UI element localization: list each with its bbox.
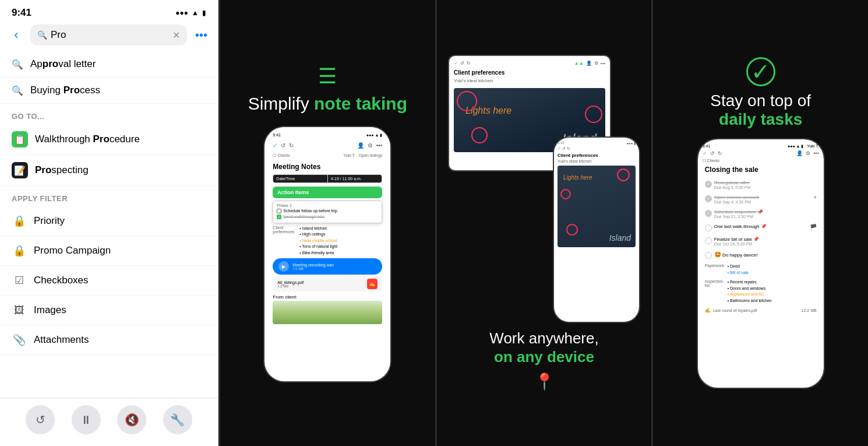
wifi-icon: ▲ (192, 9, 199, 17)
panel1-title-green: note taking (314, 94, 407, 113)
panel3-title: Stay on top of daily tasks (710, 91, 811, 129)
phone1-screen: 9:41 ●●● ▲ ▮ ✓ ↺ ↻ 👤 ⚙ ••• ☐ Clients (264, 127, 390, 381)
phone1-breadcrumb: ☐ Clients Yuki T. Open listings (269, 152, 386, 159)
task-renegotiate: ✓ Renegotiate offer Due Aug 3, 5:30 PM (703, 178, 819, 191)
search-query: Pro (51, 29, 169, 41)
task-happy-dance: 🤩 Do happy dance! (703, 250, 819, 261)
panel2-content: ✓↺↻ ▲▲ 👤⚙••• Client preferences Yuki's i… (448, 0, 640, 446)
filter-priority[interactable]: 🔒 Priority (0, 206, 218, 236)
search-suggestion-icon: 🔍 (12, 85, 23, 96)
back-button[interactable]: ‹ (8, 27, 24, 43)
suggestion-process: Buying Process (30, 85, 100, 96)
pause-button[interactable]: ⏸ (72, 405, 101, 434)
phone2-mockup: 9:41●●● ▮ ✓ ↺ ↻ Client preferences Yuki'… (553, 136, 640, 323)
more-options-button[interactable]: ••• (193, 26, 210, 44)
task-walkthrough: One last walk-through 📌 🏴 (703, 222, 819, 233)
status-bar: 9:41 ●●● ▲ ▮ (0, 0, 218, 21)
prospecting-label: Prospecting (35, 164, 89, 176)
search-results: 🔍 Approval letter 🔍 Buying Process GO TO… (0, 51, 218, 398)
priority-lock-icon: 🔒 (12, 213, 27, 229)
desktop-note-subtitle: Yuki's ideal kitchen (454, 78, 605, 83)
search-box[interactable]: 🔍 Pro ✕ (30, 24, 187, 45)
phone1-mockup: 9:41 ●●● ▲ ▮ ✓ ↺ ↻ 👤 ⚙ ••• ☐ Clients (263, 126, 391, 382)
action-items-bubble: Action Items (273, 187, 382, 198)
prospecting-icon: 📝 (12, 162, 28, 178)
note-icon: ☰ (248, 64, 407, 89)
panel2-title-white: Work anywhere, (489, 329, 598, 349)
battery-icon: ▮ (202, 9, 206, 17)
panel2-heading: Work anywhere, on any device (489, 329, 598, 367)
images-icon: 🖼 (12, 303, 27, 318)
signal-icon: ●●● (175, 9, 188, 17)
client-prefs: Client preferences • Island kitchen • Hi… (273, 226, 382, 257)
status-time: 9:41 (12, 7, 31, 19)
left-panel: 9:41 ●●● ▲ ▮ ‹ 🔍 Pro ✕ ••• 🔍 Approval le… (0, 0, 218, 446)
filter-promo[interactable]: 🔒 Promo Campaign (0, 236, 218, 266)
priority-label: Priority (34, 215, 65, 227)
promo-label: Promo Campaign (34, 245, 111, 257)
phone2-screen: 9:41●●● ▮ ✓ ↺ ↻ Client preferences Yuki'… (554, 138, 639, 322)
phone1-note-title: Meeting Notes (269, 163, 386, 171)
panel1-simplify-note-taking: ☰ Simplify note taking 9:41 ●●● ▲ ▮ ✓ ↺ (218, 0, 435, 446)
attachments-label: Attachments (34, 334, 89, 346)
list-item[interactable]: 🔍 Buying Process (0, 78, 218, 104)
pdf-file: All_listings.pdf 1.2 MB ✍ (273, 276, 382, 292)
audio-file: ▶ Meeting-recording.wav 7.5 MB (273, 258, 382, 275)
search-icon: 🔍 (37, 30, 47, 40)
from-client-label: From client: (269, 293, 386, 301)
filter-images[interactable]: 🖼 Images (0, 296, 218, 325)
search-suggestion-icon: 🔍 (12, 59, 23, 70)
panel1-title: Simplify note taking (248, 93, 407, 114)
status-icons: ●●● ▲ ▮ (175, 9, 206, 17)
checkboxes-label: Checkboxes (34, 275, 89, 286)
desktop-toolbar: ✓↺↻ ▲▲ 👤⚙••• (454, 61, 605, 66)
checkbox-icon: ☑ (12, 273, 27, 288)
phone3-screen: 9:41●●● ▲ ▮ Yuki T. ✓↺↻ 👤⚙••• ☐ Clients … (698, 139, 824, 388)
list-item[interactable]: 📋 Walkthrough Procedure (0, 124, 218, 155)
phone3-closing-title: Closing the sale (703, 166, 819, 174)
check-circle-icon: ✓ (746, 57, 775, 86)
desktop-note-title: Client preferences (454, 69, 605, 76)
pin-icon: 📍 (534, 372, 555, 391)
task-finalize: Finalize bill of sale 📌 Due Oct 24, 5:30… (703, 235, 819, 248)
phone1-table: Date/Time 4-19 / 11:00 a.m. (273, 174, 382, 183)
phone3-mockup: 9:41●●● ▲ ▮ Yuki T. ✓↺↻ 👤⚙••• ☐ Clients … (697, 138, 825, 389)
phone1-toolbar: ✓ ↺ ↻ 👤 ⚙ ••• (269, 141, 386, 150)
walkthrough-icon: 📋 (12, 131, 28, 148)
suggestion-approval: Approval letter (30, 58, 96, 70)
panel1-heading: ☰ Simplify note taking (248, 64, 407, 114)
checklist-popup: Phase 1 Schedule follow up before trip. … (273, 201, 382, 223)
panel3-heading: ✓ Stay on top of daily tasks (710, 57, 811, 129)
list-item[interactable]: 🔍 Approval letter (0, 51, 218, 78)
clear-search-button[interactable]: ✕ (172, 30, 180, 41)
search-bar-row: ‹ 🔍 Pro ✕ ••• (0, 21, 218, 51)
devices-container: ✓↺↻ ▲▲ 👤⚙••• Client preferences Yuki's i… (448, 55, 640, 323)
screenshots-area: ☰ Simplify note taking 9:41 ●●● ▲ ▮ ✓ ↺ (218, 0, 868, 446)
panel2-title-green: on any device (489, 348, 598, 366)
attachments-icon: 📎 (12, 332, 27, 347)
promo-lock-icon: 🔒 (12, 243, 27, 258)
client-image-thumbnail (273, 301, 382, 324)
panel3-title-white: Stay on top of (710, 92, 811, 110)
panel2-work-anywhere: ✓↺↻ ▲▲ 👤⚙••• Client preferences Yuki's i… (435, 0, 652, 446)
panel3-title-green: daily tasks (719, 110, 802, 128)
mute-button[interactable]: 🔇 (117, 405, 146, 434)
bottom-bar: ↺ ⏸ 🔇 🔧 (0, 398, 218, 446)
walkthrough-label: Walkthrough Procedure (35, 134, 140, 145)
phone1-statusbar: 9:41 ●●● ▲ ▮ (269, 132, 386, 139)
panel1-title-white: Simplify (248, 94, 314, 113)
filter-section-label: APPLY FILTER (0, 186, 218, 206)
list-item[interactable]: 📝 Prospecting (0, 155, 218, 186)
task-escrow: ✓ Open escrow account Due Sep 4, 4:30 PM… (703, 193, 819, 206)
filter-attachments[interactable]: 📎 Attachments (0, 325, 218, 355)
goto-section-label: GO TO... (0, 104, 218, 124)
refresh-button[interactable]: ↺ (26, 405, 55, 434)
task-section-inspection: Inspection list • Recent repairs • Doors… (703, 278, 819, 305)
panel3-stay-on-top: ✓ Stay on top of daily tasks 9:41●●● ▲ ▮… (651, 0, 868, 446)
task-inspection: ✓ Schedule inspection 📌 Due Sep 21, 2:30… (703, 208, 819, 220)
settings-button[interactable]: 🔧 (163, 405, 192, 434)
images-label: Images (34, 304, 66, 316)
filter-checkboxes[interactable]: ☑ Checkboxes (0, 266, 218, 296)
task-section-paperwork: Paperwork • Deed • Bill of sale (703, 262, 819, 277)
